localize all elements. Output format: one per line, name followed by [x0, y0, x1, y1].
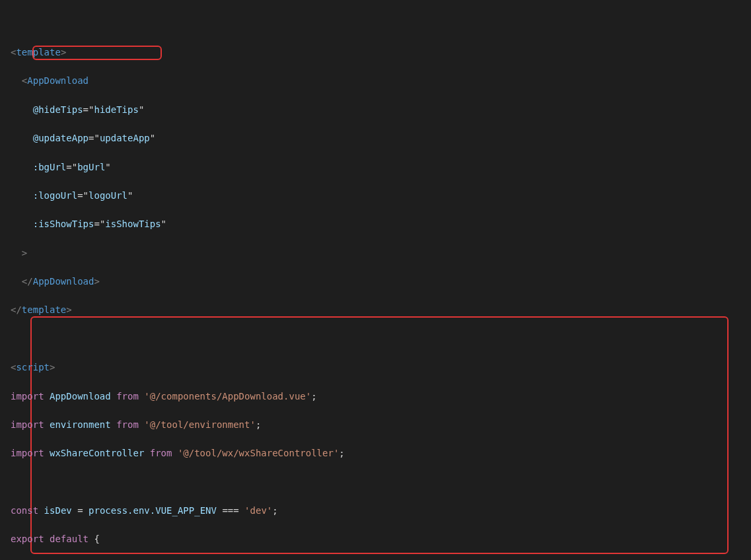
code-line: :bgUrl="bgUrl"	[0, 160, 751, 175]
code-line: export default {	[0, 532, 751, 547]
code-line: </template>	[0, 303, 751, 318]
code-line: >	[0, 246, 751, 261]
code-line: import wxShareController from '@/tool/wx…	[0, 446, 751, 461]
code-line: <AppDownload	[0, 74, 751, 88]
code-line: import environment from '@/tool/environm…	[0, 418, 751, 433]
code-line	[0, 475, 751, 490]
code-line: @updateApp="updateApp"	[0, 131, 751, 146]
code-line: import AppDownload from '@/components/Ap…	[0, 390, 751, 404]
code-line: :isShowTips="isShowTips"	[0, 217, 751, 232]
highlight-box-2	[30, 316, 729, 554]
code-line: <template>	[0, 46, 751, 60]
code-line: <script>	[0, 361, 751, 375]
code-line: const isDev = process.env.VUE_APP_ENV ==…	[0, 504, 751, 518]
code-line: @hideTips="hideTips"	[0, 103, 751, 118]
code-editor[interactable]: <template> <AppDownload @hideTips="hideT…	[0, 3, 751, 560]
code-line: :logoUrl="logoUrl"	[0, 189, 751, 203]
code-line	[0, 332, 751, 347]
code-line: </AppDownload>	[0, 275, 751, 289]
